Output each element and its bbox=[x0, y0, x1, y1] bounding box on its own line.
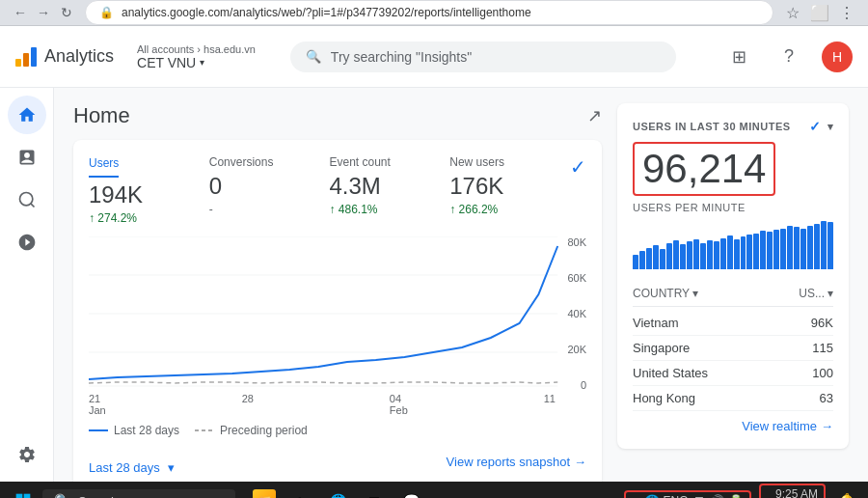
page-title: Home bbox=[73, 103, 130, 128]
main-scroll-area[interactable]: Home ↗ Users 194K ↑ 274.2% bbox=[54, 88, 868, 482]
url-text: analytics.google.com/analytics/web/?pli=… bbox=[122, 6, 531, 19]
date-range-selector[interactable]: Last 28 days ▾ bbox=[89, 460, 175, 475]
search-bar[interactable]: 🔍 Try searching "Insights" bbox=[290, 42, 676, 72]
sidebar-item-explore[interactable] bbox=[8, 180, 46, 219]
country-value: 96K bbox=[811, 316, 833, 330]
realtime-sublabel: USERS PER MINUTE bbox=[633, 202, 833, 213]
country-name: Hong Kong bbox=[633, 391, 695, 405]
svg-line-1 bbox=[30, 204, 34, 208]
taskbar-app-file-explorer[interactable]: 📁 bbox=[247, 482, 282, 498]
mini-bar bbox=[794, 227, 800, 269]
mini-bar bbox=[767, 232, 773, 269]
country-name: Vietnam bbox=[633, 316, 678, 330]
realtime-header: USERS IN LAST 30 MINUTES ✓ ▾ bbox=[633, 119, 833, 134]
menu-icon[interactable]: ⋮ bbox=[837, 3, 856, 22]
mini-bar bbox=[673, 240, 679, 269]
mini-bar bbox=[734, 239, 740, 269]
taskbar-time: 9:25 AM bbox=[767, 487, 818, 498]
chart-x-labels: 21Jan 28 04Feb 11 bbox=[89, 391, 586, 416]
chevron-down-icon: ▾ bbox=[200, 57, 204, 68]
view-realtime-link[interactable]: View realtime → bbox=[633, 419, 833, 433]
header-actions: ⊞ ? H bbox=[721, 40, 853, 74]
event-count-label[interactable]: Event count bbox=[330, 155, 427, 169]
status-check-icon: ✓ bbox=[570, 155, 586, 179]
mini-bar bbox=[746, 235, 752, 269]
taskbar-right: ∧ 🌐 ENG 🖥 🔊 🔋 9:25 AM 2/18/2024 🔔 bbox=[624, 484, 860, 498]
conversions-value: 0 bbox=[209, 173, 307, 200]
sidebar-item-reports[interactable] bbox=[8, 138, 46, 177]
extension-icon[interactable]: ⬜ bbox=[810, 3, 829, 22]
country-row: Hong Kong63 bbox=[633, 386, 833, 411]
windows-start-button[interactable] bbox=[8, 485, 39, 498]
taskbar-search-bar[interactable]: 🔍 Search bbox=[42, 489, 235, 498]
country-column-header[interactable]: COUNTRY ▾ bbox=[633, 287, 698, 300]
page-title-row: Home ↗ bbox=[73, 103, 602, 128]
mini-bar bbox=[633, 255, 638, 269]
legend-line-dashed bbox=[195, 429, 214, 431]
logo-bars bbox=[15, 47, 37, 67]
app-header: Analytics All accounts › hsa.edu.vn CET … bbox=[0, 26, 868, 88]
sparkline-icon[interactable]: ↗ bbox=[587, 105, 602, 126]
bookmark-icon[interactable]: ☆ bbox=[783, 3, 802, 22]
tray-notification-icon[interactable]: 🔔 bbox=[833, 490, 860, 499]
taskbar-tray-box: ∧ 🌐 ENG 🖥 🔊 🔋 bbox=[624, 490, 751, 499]
taskbar-app-teams[interactable]: 💬 bbox=[393, 482, 428, 498]
realtime-value: 96,214 bbox=[633, 142, 775, 196]
taskbar-app-mail[interactable]: ✉ bbox=[357, 482, 392, 498]
mini-bar bbox=[707, 240, 713, 269]
taskbar-app-files[interactable]: 🗂 bbox=[284, 482, 318, 498]
taskbar-app-chrome[interactable]: 🌐 bbox=[320, 482, 355, 498]
grid-icon[interactable]: ⊞ bbox=[721, 40, 756, 74]
search-icon: 🔍 bbox=[306, 49, 321, 64]
country-label: COUNTRY bbox=[633, 287, 690, 300]
mini-bar bbox=[821, 221, 827, 269]
svg-rect-8 bbox=[24, 494, 31, 498]
back-button[interactable]: ← bbox=[12, 4, 29, 21]
left-panel: Home ↗ Users 194K ↑ 274.2% bbox=[73, 103, 602, 482]
x-label-21jan: 21Jan bbox=[89, 393, 106, 416]
sidebar-item-home[interactable] bbox=[8, 96, 46, 134]
event-count-value: 4.3M bbox=[330, 173, 427, 200]
metric-new-users: New users 176K ↑ 266.2% bbox=[449, 155, 547, 216]
mini-bar-chart bbox=[633, 221, 833, 269]
mini-bar bbox=[800, 229, 806, 270]
users-label[interactable]: Users bbox=[89, 156, 119, 178]
sidebar-item-settings[interactable] bbox=[8, 435, 46, 474]
view-realtime-text: View realtime bbox=[742, 419, 817, 433]
y-label-0: 0 bbox=[557, 379, 586, 391]
logo-bar-3 bbox=[31, 47, 37, 67]
new-users-change: ↑ 266.2% bbox=[449, 203, 547, 216]
tray-chevron-up[interactable]: ∧ bbox=[632, 494, 640, 498]
sidebar bbox=[0, 88, 54, 482]
x-label-11: 11 bbox=[544, 393, 556, 416]
country-value: 100 bbox=[812, 366, 833, 380]
right-panel: USERS IN LAST 30 MINUTES ✓ ▾ 96,214 USER… bbox=[617, 103, 849, 482]
legend-preceding-label: Preceding period bbox=[220, 424, 308, 437]
breadcrumb-accounts[interactable]: All accounts bbox=[137, 43, 194, 55]
realtime-dropdown-icon[interactable]: ▾ bbox=[827, 121, 834, 133]
refresh-button[interactable]: ↻ bbox=[58, 4, 75, 21]
mini-bar bbox=[807, 226, 813, 269]
metric-event-count: Event count 4.3M ↑ 486.1% bbox=[330, 155, 427, 216]
breadcrumb: All accounts › hsa.edu.vn bbox=[137, 43, 256, 55]
taskbar-datetime[interactable]: 9:25 AM 2/18/2024 bbox=[759, 484, 826, 498]
event-count-change: ↑ 486.1% bbox=[330, 203, 427, 216]
new-users-label[interactable]: New users bbox=[449, 155, 547, 169]
users-column-header[interactable]: US... ▾ bbox=[799, 287, 833, 300]
user-avatar[interactable]: H bbox=[822, 42, 853, 72]
conversions-label[interactable]: Conversions bbox=[209, 155, 307, 169]
country-sort-icon: ▾ bbox=[692, 287, 698, 300]
y-label-80k: 80K bbox=[557, 236, 586, 248]
view-reports-link[interactable]: View reports snapshot → bbox=[447, 455, 586, 469]
tray-volume-icon: 🔊 bbox=[709, 494, 724, 499]
forward-button[interactable]: → bbox=[35, 4, 52, 21]
app-title: Analytics bbox=[44, 46, 114, 67]
mini-bar bbox=[773, 230, 779, 269]
account-selector[interactable]: CET VNU ▾ bbox=[137, 55, 256, 70]
breadcrumb-account[interactable]: hsa.edu.vn bbox=[203, 43, 256, 55]
tray-lang-label[interactable]: ENG bbox=[664, 494, 689, 498]
y-label-40k: 40K bbox=[557, 308, 586, 319]
address-bar[interactable]: 🔒 analytics.google.com/analytics/web/?pl… bbox=[85, 0, 773, 25]
sidebar-item-advertising[interactable] bbox=[8, 223, 46, 262]
help-icon[interactable]: ? bbox=[772, 40, 806, 74]
